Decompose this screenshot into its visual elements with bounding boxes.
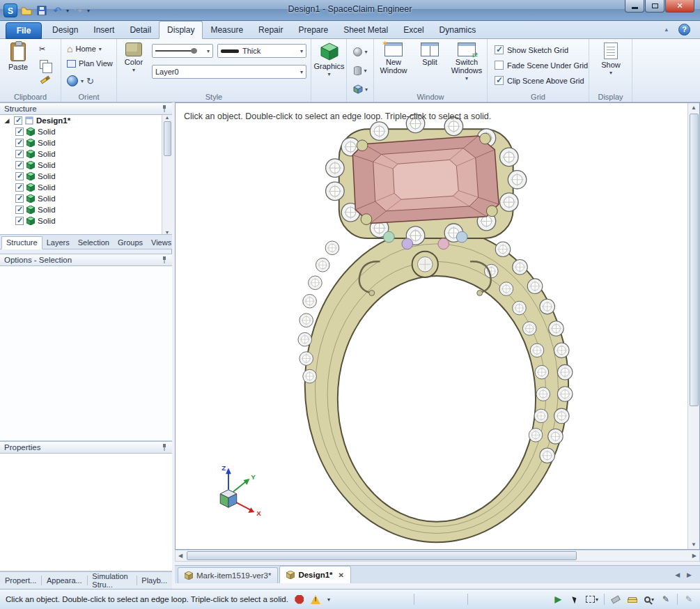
fade-scene-under-grid-checkbox[interactable]: Fade Scene Under Grid	[495, 61, 588, 70]
plan-view-button[interactable]: Plan View	[67, 59, 113, 68]
select-tool-button[interactable]	[569, 593, 580, 606]
tree-row-solid[interactable]: Solid	[0, 215, 172, 226]
tree-row-solid[interactable]: Solid	[0, 182, 172, 193]
pin-icon[interactable]	[161, 105, 168, 113]
tab-dynamics[interactable]: Dynamics	[432, 21, 484, 39]
eraser-button[interactable]	[610, 593, 621, 606]
new-window-button[interactable]: ✶ New Window	[377, 39, 410, 75]
solid-checkbox[interactable]	[15, 194, 24, 203]
minimize-button[interactable]	[625, 0, 644, 13]
scroll-thumb[interactable]	[690, 114, 699, 406]
tab-display[interactable]: Display	[159, 21, 203, 39]
clip-scene-above-grid-checkbox[interactable]: Clip Scene Above Grid	[495, 76, 584, 85]
switch-windows-button[interactable]: ⇄ Switch Windows ▾	[449, 39, 484, 81]
tab-selection[interactable]: Selection	[74, 237, 114, 249]
horizontal-scrollbar[interactable]: ◀ ▶	[175, 550, 700, 562]
tab-appearance[interactable]: Appeara...	[42, 576, 87, 585]
tab-detail[interactable]: Detail	[122, 21, 159, 39]
root-label[interactable]: Design1*	[36, 116, 70, 125]
tree-row-solid[interactable]: Solid	[0, 137, 172, 148]
doc-tab-design1[interactable]: Design1* ✕	[279, 566, 351, 583]
render-style-button[interactable]: ▾	[350, 43, 371, 60]
tab-sheet-metal[interactable]: Sheet Metal	[336, 21, 396, 39]
solid-checkbox[interactable]	[15, 128, 24, 136]
line-weight-select[interactable]: Thick ▾	[217, 44, 306, 58]
doc-tab-mark-item[interactable]: Mark-item1519-ver3*	[178, 567, 278, 583]
tab-views[interactable]: Views	[147, 237, 176, 249]
solid-checkbox[interactable]	[15, 183, 24, 192]
3d-ring-model[interactable]: Z Y X	[176, 103, 692, 550]
ribbon-collapse-icon[interactable]: ▴	[664, 26, 668, 33]
stop-button[interactable]	[294, 593, 305, 606]
tab-insert[interactable]: Insert	[86, 21, 122, 39]
color-button[interactable]: Color ▾	[121, 39, 146, 72]
scroll-thumb[interactable]	[164, 121, 171, 156]
tab-excel[interactable]: Excel	[396, 21, 431, 39]
scroll-right-icon[interactable]: ▶	[690, 551, 699, 560]
model-canvas[interactable]: Click an object. Double-click to select …	[175, 102, 700, 550]
split-button[interactable]: Split	[413, 39, 446, 66]
tab-structure[interactable]: Structure	[1, 236, 42, 249]
maximize-button[interactable]	[645, 0, 664, 13]
tab-prepare[interactable]: Prepare	[290, 21, 336, 39]
tab-layers[interactable]: Layers	[42, 237, 74, 249]
show-sketch-grid-checkbox[interactable]: Show Sketch Grid	[495, 45, 568, 54]
tab-design[interactable]: Design	[45, 21, 86, 39]
warnings-button[interactable]	[311, 593, 322, 606]
close-tab-icon[interactable]: ✕	[339, 571, 344, 579]
solid-checkbox[interactable]	[15, 217, 24, 225]
tab-groups[interactable]: Groups	[114, 237, 147, 249]
tree-row-solid[interactable]: Solid	[0, 204, 172, 215]
tree-row-solid[interactable]: Solid	[0, 171, 172, 182]
tree-row-solid[interactable]: Solid	[0, 193, 172, 204]
tab-simulation-structure[interactable]: Simulation Stru...	[87, 572, 136, 589]
selection-box-button[interactable]: ▾	[586, 593, 598, 606]
sketch-button[interactable]: ✎	[660, 593, 671, 606]
home-view-button[interactable]: ⌂ Home ▾	[67, 45, 102, 53]
pin-icon[interactable]	[161, 256, 168, 264]
appearance-button[interactable]	[627, 593, 638, 606]
expander-icon[interactable]: ◢	[3, 117, 11, 124]
tab-repair[interactable]: Repair	[251, 21, 290, 39]
root-checkbox[interactable]	[14, 116, 22, 125]
tabs-right-icon[interactable]: ▶	[687, 571, 692, 578]
line-style-select[interactable]: ▾	[152, 44, 213, 58]
layer-select[interactable]: Layer0 ▾	[152, 65, 306, 79]
solid-checkbox[interactable]	[15, 206, 24, 214]
help-button[interactable]: ?	[678, 24, 690, 36]
scroll-up-icon[interactable]: ▲	[165, 115, 170, 120]
show-button[interactable]: Show ▾	[595, 39, 627, 75]
graphics-button[interactable]: Graphics ▾	[313, 39, 345, 77]
projection-button[interactable]: ▾	[350, 62, 371, 79]
spin-view-button[interactable]: ▾ ↻	[67, 75, 94, 86]
tree-row-solid[interactable]: Solid	[0, 148, 172, 160]
scroll-thumb[interactable]	[187, 551, 577, 560]
tree-scrollbar[interactable]: ▲ ▼	[162, 115, 172, 235]
scroll-down-icon[interactable]: ▼	[165, 230, 170, 235]
solid-checkbox[interactable]	[15, 161, 24, 169]
scroll-left-icon[interactable]: ◀	[176, 551, 185, 560]
tree-root-row[interactable]: ◢ Design1*	[0, 115, 172, 126]
status-dropdown-icon[interactable]: ▾	[327, 596, 330, 603]
solid-checkbox[interactable]	[15, 172, 24, 180]
copy-button[interactable]	[40, 60, 48, 69]
view-cube-button[interactable]: ▾	[350, 81, 371, 98]
tab-properties[interactable]: Propert...	[0, 576, 41, 585]
format-painter-button[interactable]	[40, 78, 50, 82]
pin-icon[interactable]	[161, 443, 168, 452]
zoom-button[interactable]: ▾	[644, 593, 655, 606]
fly-through-button[interactable]: ▶	[552, 593, 563, 606]
tab-playback[interactable]: Playb...	[137, 576, 172, 585]
tabs-left-icon[interactable]: ◀	[675, 571, 680, 578]
solid-checkbox[interactable]	[15, 150, 24, 158]
solid-checkbox[interactable]	[15, 139, 24, 147]
tree-row-solid[interactable]: Solid	[0, 160, 172, 171]
annotate-button[interactable]: ✎	[683, 593, 694, 606]
cut-button[interactable]: ✂	[39, 45, 45, 54]
vertical-scrollbar[interactable]: ▲ ▼	[687, 103, 699, 549]
tree-row-solid[interactable]: Solid	[0, 126, 172, 137]
file-menu-button[interactable]: File	[6, 22, 42, 39]
close-button[interactable]: ✕	[665, 0, 694, 13]
scroll-up-icon[interactable]: ▲	[688, 103, 699, 112]
paste-button[interactable]: Paste	[4, 39, 32, 71]
